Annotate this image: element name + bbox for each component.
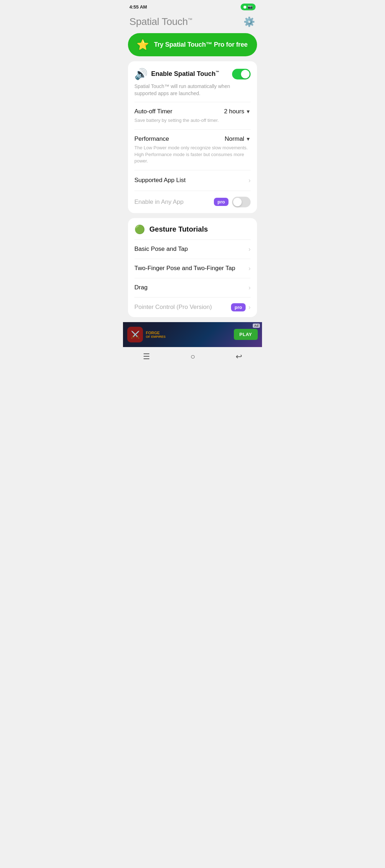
camera-icon: 📷 <box>248 5 253 9</box>
enable-any-app-row: Enable in Any App pro <box>128 191 257 213</box>
pro-banner-label: Try Spatial Touch™ Pro for free <box>154 41 248 48</box>
tutorial-item-basic[interactable]: Basic Pose and Tap › <box>128 240 257 259</box>
tm-sup: ™ <box>216 70 219 74</box>
spatial-touch-icon: 🔊 <box>134 68 148 80</box>
supported-apps-chevron: › <box>248 177 251 184</box>
supported-apps-row[interactable]: Supported App List › <box>128 170 257 191</box>
any-app-pro-badge: pro <box>214 198 229 206</box>
enable-description: Spatial Touch™ will run automatically wh… <box>134 83 251 97</box>
performance-description: The Low Power mode only recognize slow m… <box>134 145 251 164</box>
home-icon[interactable]: ○ <box>190 352 195 361</box>
any-app-toggle-knob <box>233 198 242 206</box>
enable-any-app-label: Enable in Any App <box>134 198 184 206</box>
tutorial-item-pointer[interactable]: Pointer Control (Pro Version) pro › <box>128 298 257 317</box>
tutorial-label-drag: Drag <box>134 284 148 291</box>
tutorials-title: Gesture Tutorials <box>149 225 208 233</box>
tutorial-label-pointer: Pointer Control (Pro Version) <box>134 304 212 311</box>
app-title: Spatial Touch™ <box>129 16 192 27</box>
ad-tag: Ad <box>253 324 260 328</box>
toggle-knob <box>241 70 250 78</box>
app-header: Spatial Touch™ ⚙️ <box>123 12 262 33</box>
settings-button[interactable]: ⚙️ <box>243 15 256 28</box>
performance-dropdown-arrow: ▼ <box>246 136 251 142</box>
tutorial-chevron-pointer: › <box>248 304 251 311</box>
tutorial-label-basic: Basic Pose and Tap <box>134 246 188 253</box>
performance-value[interactable]: Normal ▼ <box>225 135 251 143</box>
tutorials-header: 🟢 Gesture Tutorials <box>128 218 257 239</box>
enable-any-app-right: pro <box>214 197 251 207</box>
auto-off-timer-row: Auto-off Timer 2 hours ▼ Save battery by… <box>128 102 257 129</box>
trademark: ™ <box>188 17 192 22</box>
tutorial-chevron-basic: › <box>248 246 251 253</box>
main-settings-card: 🔊 Enable Spatial Touch™ Spatial Touch™ w… <box>128 61 257 213</box>
enable-section: 🔊 Enable Spatial Touch™ Spatial Touch™ w… <box>128 61 257 102</box>
enable-title: Enable Spatial Touch™ <box>151 70 219 78</box>
tutorial-chevron-two-finger: › <box>248 265 251 272</box>
pro-banner[interactable]: ⭐ Try Spatial Touch™ Pro for free <box>128 33 257 56</box>
auto-off-timer-label: Auto-off Timer <box>134 108 172 115</box>
back-icon[interactable]: ↩ <box>236 352 242 361</box>
performance-row: Performance Normal ▼ The Low Power mode … <box>128 130 257 170</box>
auto-off-timer-value[interactable]: 2 hours ▼ <box>224 108 251 115</box>
supported-apps-label: Supported App List <box>134 177 186 184</box>
performance-label: Performance <box>134 135 169 143</box>
recording-dot <box>243 6 246 9</box>
star-icon: ⭐ <box>137 39 149 51</box>
enable-toggle[interactable] <box>232 69 251 79</box>
ad-logo-text: Forge of Empires <box>146 331 166 339</box>
ad-banner[interactable]: Ad ⚔️ Forge of Empires PLAY <box>123 322 262 347</box>
enable-header: 🔊 Enable Spatial Touch™ <box>134 68 251 80</box>
auto-off-dropdown-arrow: ▼ <box>246 109 251 114</box>
tutorial-item-drag[interactable]: Drag › <box>128 278 257 297</box>
ad-logo-area: ⚔️ Forge of Empires <box>123 327 170 342</box>
pointer-pro-badge: pro <box>231 303 246 311</box>
bottom-nav: ☰ ○ ↩ <box>123 347 262 367</box>
ad-brand-sub: of Empires <box>146 335 166 339</box>
gear-icon: ⚙️ <box>243 16 255 27</box>
performance-current: Normal <box>225 135 244 143</box>
ad-play-button[interactable]: PLAY <box>234 329 258 340</box>
ad-logo-emoji: ⚔️ <box>131 330 140 339</box>
ad-brand-name: Forge <box>146 331 166 335</box>
tutorials-icon: 🟢 <box>134 224 145 234</box>
gesture-tutorials-card: 🟢 Gesture Tutorials Basic Pose and Tap ›… <box>128 218 257 317</box>
enable-any-app-toggle[interactable] <box>232 197 251 207</box>
tutorial-item-two-finger[interactable]: Two-Finger Pose and Two-Finger Tap › <box>128 259 257 278</box>
tutorial-label-two-finger: Two-Finger Pose and Two-Finger Tap <box>134 265 235 272</box>
camera-recording-badge: 📷 <box>241 4 256 10</box>
auto-off-description: Save battery by setting the auto-off tim… <box>134 117 251 124</box>
tutorial-pointer-right: pro › <box>231 303 251 311</box>
performance-top: Performance Normal ▼ <box>134 135 251 143</box>
tutorial-chevron-drag: › <box>248 284 251 291</box>
status-icons: 📷 <box>241 4 256 10</box>
status-bar: 4:55 AM 📷 <box>123 0 262 12</box>
auto-off-timer-top: Auto-off Timer 2 hours ▼ <box>134 108 251 115</box>
menu-icon[interactable]: ☰ <box>143 352 150 361</box>
enable-left: 🔊 Enable Spatial Touch™ <box>134 68 219 80</box>
ad-logo-badge: ⚔️ <box>127 327 143 342</box>
status-time: 4:55 AM <box>129 4 147 10</box>
auto-off-timer-current: 2 hours <box>224 108 244 115</box>
